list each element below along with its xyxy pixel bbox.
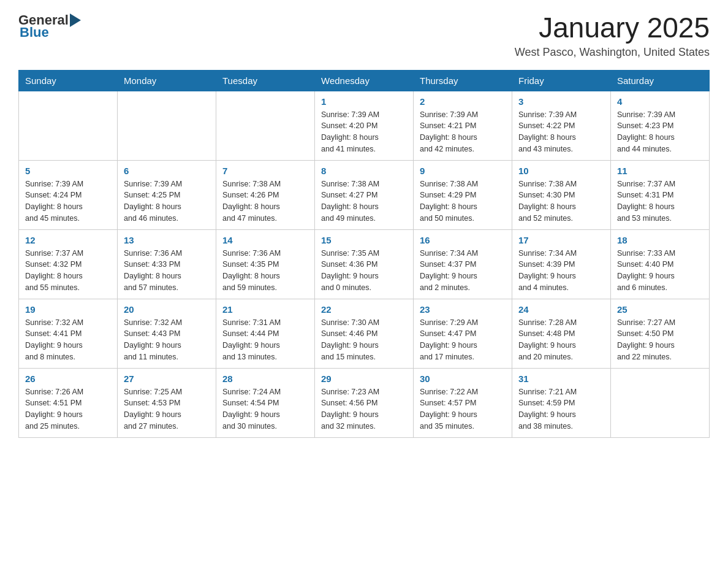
day-info: Sunrise: 7:34 AMSunset: 4:37 PMDaylight:… xyxy=(420,248,506,294)
week-row-3: 12Sunrise: 7:37 AMSunset: 4:32 PMDayligh… xyxy=(19,229,710,299)
day-info: Sunrise: 7:39 AMSunset: 4:20 PMDaylight:… xyxy=(321,109,407,155)
day-header-friday: Friday xyxy=(512,70,611,91)
day-cell-3: 3Sunrise: 7:39 AMSunset: 4:22 PMDaylight… xyxy=(512,91,611,160)
day-info: Sunrise: 7:23 AMSunset: 4:56 PMDaylight:… xyxy=(321,386,407,432)
day-cell-26: 26Sunrise: 7:26 AMSunset: 4:51 PMDayligh… xyxy=(19,368,118,437)
day-number: 1 xyxy=(321,96,407,107)
day-info: Sunrise: 7:37 AMSunset: 4:32 PMDaylight:… xyxy=(25,248,111,294)
day-cell-13: 13Sunrise: 7:36 AMSunset: 4:33 PMDayligh… xyxy=(118,229,216,299)
day-number: 22 xyxy=(321,304,407,315)
day-info: Sunrise: 7:28 AMSunset: 4:48 PMDaylight:… xyxy=(518,317,604,363)
day-info: Sunrise: 7:38 AMSunset: 4:30 PMDaylight:… xyxy=(518,178,604,224)
day-number: 27 xyxy=(124,373,210,384)
day-info: Sunrise: 7:22 AMSunset: 4:57 PMDaylight:… xyxy=(420,386,506,432)
day-number: 9 xyxy=(420,166,506,176)
logo-blue-text: Blue xyxy=(20,25,49,40)
day-info: Sunrise: 7:38 AMSunset: 4:29 PMDaylight:… xyxy=(420,178,506,224)
day-number: 11 xyxy=(617,166,703,176)
day-number: 14 xyxy=(222,235,308,245)
empty-cell xyxy=(19,91,118,160)
day-cell-1: 1Sunrise: 7:39 AMSunset: 4:20 PMDaylight… xyxy=(315,91,414,160)
day-header-tuesday: Tuesday xyxy=(216,70,315,91)
day-cell-31: 31Sunrise: 7:21 AMSunset: 4:59 PMDayligh… xyxy=(512,368,611,437)
day-cell-21: 21Sunrise: 7:31 AMSunset: 4:44 PMDayligh… xyxy=(216,299,315,368)
day-header-monday: Monday xyxy=(118,70,216,91)
day-cell-24: 24Sunrise: 7:28 AMSunset: 4:48 PMDayligh… xyxy=(512,299,611,368)
day-cell-4: 4Sunrise: 7:39 AMSunset: 4:23 PMDaylight… xyxy=(611,91,710,160)
day-cell-28: 28Sunrise: 7:24 AMSunset: 4:54 PMDayligh… xyxy=(216,368,315,437)
title-area: January 2025 West Pasco, Washington, Uni… xyxy=(515,12,710,59)
day-info: Sunrise: 7:38 AMSunset: 4:27 PMDaylight:… xyxy=(321,178,407,224)
week-row-5: 26Sunrise: 7:26 AMSunset: 4:51 PMDayligh… xyxy=(19,368,710,437)
day-number: 30 xyxy=(420,373,506,384)
day-cell-10: 10Sunrise: 7:38 AMSunset: 4:30 PMDayligh… xyxy=(512,160,611,229)
day-cell-17: 17Sunrise: 7:34 AMSunset: 4:39 PMDayligh… xyxy=(512,229,611,299)
svg-marker-0 xyxy=(70,13,81,27)
day-cell-8: 8Sunrise: 7:38 AMSunset: 4:27 PMDaylight… xyxy=(315,160,414,229)
day-number: 28 xyxy=(222,373,308,384)
week-row-4: 19Sunrise: 7:32 AMSunset: 4:41 PMDayligh… xyxy=(19,299,710,368)
empty-cell xyxy=(611,368,710,437)
calendar-subtitle: West Pasco, Washington, United States xyxy=(515,46,710,59)
empty-cell xyxy=(118,91,216,160)
day-info: Sunrise: 7:38 AMSunset: 4:26 PMDaylight:… xyxy=(222,178,308,224)
day-number: 20 xyxy=(124,304,210,315)
day-info: Sunrise: 7:36 AMSunset: 4:33 PMDaylight:… xyxy=(124,248,210,294)
day-info: Sunrise: 7:31 AMSunset: 4:44 PMDaylight:… xyxy=(222,317,308,363)
page-header: General Blue January 2025 West Pasco, Wa… xyxy=(18,12,710,59)
header-row: SundayMondayTuesdayWednesdayThursdayFrid… xyxy=(19,70,710,91)
day-cell-30: 30Sunrise: 7:22 AMSunset: 4:57 PMDayligh… xyxy=(414,368,512,437)
day-cell-5: 5Sunrise: 7:39 AMSunset: 4:24 PMDaylight… xyxy=(19,160,118,229)
day-info: Sunrise: 7:36 AMSunset: 4:35 PMDaylight:… xyxy=(222,248,308,294)
logo-arrow-icon xyxy=(70,13,81,27)
day-number: 31 xyxy=(518,373,604,384)
week-row-2: 5Sunrise: 7:39 AMSunset: 4:24 PMDaylight… xyxy=(19,160,710,229)
day-info: Sunrise: 7:32 AMSunset: 4:43 PMDaylight:… xyxy=(124,317,210,363)
day-header-saturday: Saturday xyxy=(611,70,710,91)
day-info: Sunrise: 7:34 AMSunset: 4:39 PMDaylight:… xyxy=(518,248,604,294)
day-info: Sunrise: 7:24 AMSunset: 4:54 PMDaylight:… xyxy=(222,386,308,432)
day-number: 15 xyxy=(321,235,407,245)
week-row-1: 1Sunrise: 7:39 AMSunset: 4:20 PMDaylight… xyxy=(19,91,710,160)
day-number: 3 xyxy=(518,96,604,107)
day-cell-23: 23Sunrise: 7:29 AMSunset: 4:47 PMDayligh… xyxy=(414,299,512,368)
day-number: 7 xyxy=(222,166,308,176)
calendar-table: SundayMondayTuesdayWednesdayThursdayFrid… xyxy=(18,70,710,438)
day-info: Sunrise: 7:39 AMSunset: 4:24 PMDaylight:… xyxy=(25,178,111,224)
day-cell-12: 12Sunrise: 7:37 AMSunset: 4:32 PMDayligh… xyxy=(19,229,118,299)
day-number: 17 xyxy=(518,235,604,245)
day-number: 2 xyxy=(420,96,506,107)
day-info: Sunrise: 7:32 AMSunset: 4:41 PMDaylight:… xyxy=(25,317,111,363)
day-cell-16: 16Sunrise: 7:34 AMSunset: 4:37 PMDayligh… xyxy=(414,229,512,299)
day-number: 19 xyxy=(25,304,111,315)
day-number: 5 xyxy=(25,166,111,176)
day-info: Sunrise: 7:25 AMSunset: 4:53 PMDaylight:… xyxy=(124,386,210,432)
day-number: 24 xyxy=(518,304,604,315)
day-cell-19: 19Sunrise: 7:32 AMSunset: 4:41 PMDayligh… xyxy=(19,299,118,368)
day-info: Sunrise: 7:35 AMSunset: 4:36 PMDaylight:… xyxy=(321,248,407,294)
day-info: Sunrise: 7:26 AMSunset: 4:51 PMDaylight:… xyxy=(25,386,111,432)
day-info: Sunrise: 7:29 AMSunset: 4:47 PMDaylight:… xyxy=(420,317,506,363)
day-number: 16 xyxy=(420,235,506,245)
day-cell-27: 27Sunrise: 7:25 AMSunset: 4:53 PMDayligh… xyxy=(118,368,216,437)
day-number: 8 xyxy=(321,166,407,176)
day-cell-14: 14Sunrise: 7:36 AMSunset: 4:35 PMDayligh… xyxy=(216,229,315,299)
day-cell-18: 18Sunrise: 7:33 AMSunset: 4:40 PMDayligh… xyxy=(611,229,710,299)
day-info: Sunrise: 7:33 AMSunset: 4:40 PMDaylight:… xyxy=(617,248,703,294)
day-header-sunday: Sunday xyxy=(19,70,118,91)
day-number: 23 xyxy=(420,304,506,315)
day-cell-20: 20Sunrise: 7:32 AMSunset: 4:43 PMDayligh… xyxy=(118,299,216,368)
day-info: Sunrise: 7:27 AMSunset: 4:50 PMDaylight:… xyxy=(617,317,703,363)
day-info: Sunrise: 7:39 AMSunset: 4:25 PMDaylight:… xyxy=(124,178,210,224)
day-cell-2: 2Sunrise: 7:39 AMSunset: 4:21 PMDaylight… xyxy=(414,91,512,160)
day-info: Sunrise: 7:39 AMSunset: 4:23 PMDaylight:… xyxy=(617,109,703,155)
day-number: 26 xyxy=(25,373,111,384)
day-number: 29 xyxy=(321,373,407,384)
calendar-title: January 2025 xyxy=(515,12,710,44)
day-info: Sunrise: 7:39 AMSunset: 4:22 PMDaylight:… xyxy=(518,109,604,155)
day-cell-11: 11Sunrise: 7:37 AMSunset: 4:31 PMDayligh… xyxy=(611,160,710,229)
day-number: 6 xyxy=(124,166,210,176)
day-cell-22: 22Sunrise: 7:30 AMSunset: 4:46 PMDayligh… xyxy=(315,299,414,368)
day-number: 10 xyxy=(518,166,604,176)
empty-cell xyxy=(216,91,315,160)
